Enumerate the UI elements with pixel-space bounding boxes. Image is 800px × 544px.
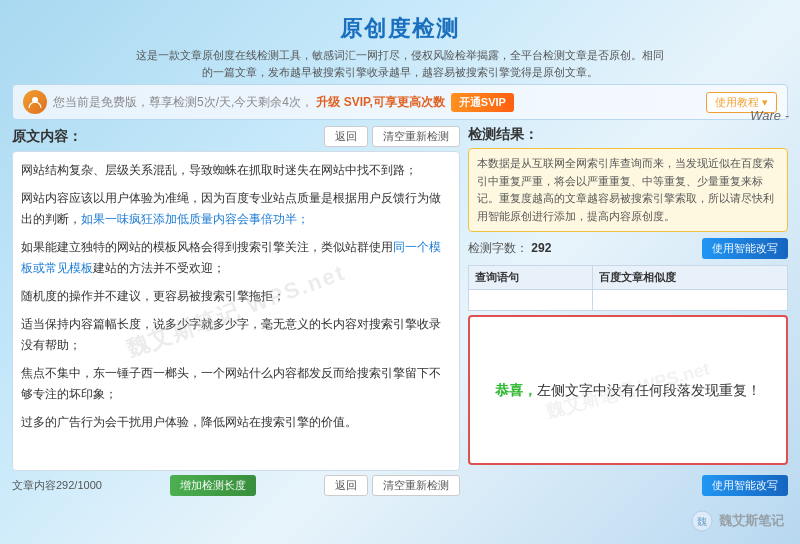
link-2[interactable]: 同一个模板或常见模板 <box>21 240 441 274</box>
paragraph-7: 过多的广告行为会干扰用户体验，降低网站在搜索引擎的价值。 <box>21 412 451 432</box>
smart-edit-button-bottom[interactable]: 使用智能改写 <box>702 475 788 496</box>
paragraph-6: 焦点不集中，东一锤子西一榔头，一个网站什么内容都发反而给搜索引擎留下不够专注的坏… <box>21 363 451 404</box>
paragraph-3: 如果能建立独特的网站的模板风格会得到搜索引擎关注，类似站群使用同一个模板或常见模… <box>21 237 451 278</box>
left-header: 原文内容： 返回 清空重新检测 <box>12 126 460 147</box>
back-button-bottom[interactable]: 返回 <box>324 475 368 496</box>
result-info-row: 检测字数： 292 使用智能改写 <box>468 238 788 259</box>
word-count-display: 文章内容292/1000 <box>12 478 102 493</box>
query-table: 查询语句 百度文章相似度 <box>468 265 788 311</box>
table-cell-empty-1 <box>469 290 593 311</box>
link-1[interactable]: 如果一味疯狂添加低质量内容会事倍功半； <box>81 212 309 226</box>
left-panel-title: 原文内容： <box>12 128 82 146</box>
ware-label: Ware - <box>750 108 789 123</box>
footer-logo-icon: 魏 <box>691 510 713 532</box>
page-title: 原创度检测 <box>12 14 788 44</box>
header: 原创度检测 这是一款文章原创度在线检测工具，敏感词汇一网打尽，侵权风险检举揭露，… <box>12 8 788 84</box>
right-panel: 检测结果： 本数据是从互联网全网索引库查询而来，当发现近似在百度索引中重复严重，… <box>468 126 788 496</box>
word-count-value: 292 <box>531 241 551 255</box>
word-count-label: 检测字数： <box>468 241 528 255</box>
avatar <box>23 90 47 114</box>
result-main-text: 恭喜，左侧文字中没有任何段落发现重复！ <box>495 378 761 403</box>
bottom-buttons: 返回 清空重新检测 <box>324 475 460 496</box>
main-content: 原文内容： 返回 清空重新检测 魏艾斯笔记 WPS.net 网站结构复杂、层级关… <box>12 126 788 496</box>
svg-text:魏: 魏 <box>697 516 707 527</box>
topbar-text: 您当前是免费版，尊享检测5次/天,今天剩余4次， 升级 SVIP,可享更高次数 <box>53 94 445 111</box>
paragraph-1: 网站结构复杂、层级关系混乱，导致蜘蛛在抓取时迷失在网站中找不到路； <box>21 160 451 180</box>
table-cell-empty-2 <box>592 290 787 311</box>
table-col2-header: 百度文章相似度 <box>592 266 787 290</box>
right-header: 检测结果： <box>468 126 788 144</box>
clear-button-bottom[interactable]: 清空重新检测 <box>372 475 460 496</box>
result-notice: 本数据是从互联网全网索引库查询而来，当发现近似在百度索引中重复严重，将会以严重重… <box>468 148 788 232</box>
expand-button[interactable]: 增加检测长度 <box>170 475 256 496</box>
left-bottom: 文章内容292/1000 增加检测长度 返回 清空重新检测 <box>12 475 460 496</box>
svip-button[interactable]: 开通SVIP <box>451 93 514 112</box>
right-panel-title: 检测结果： <box>468 126 538 144</box>
paragraph-4: 随机度的操作并不建议，更容易被搜索引擎拖拒； <box>21 286 451 306</box>
text-content-area: 魏艾斯笔记 WPS.net 网站结构复杂、层级关系混乱，导致蜘蛛在抓取时迷失在网… <box>12 151 460 471</box>
top-bar-left: 您当前是免费版，尊享检测5次/天,今天剩余4次， 升级 SVIP,可享更高次数 … <box>23 90 514 114</box>
footer-watermark: 魏 魏艾斯笔记 <box>691 510 784 532</box>
left-header-buttons: 返回 清空重新检测 <box>324 126 460 147</box>
table-row <box>469 290 788 311</box>
back-button-top[interactable]: 返回 <box>324 126 368 147</box>
page-wrapper: 原创度检测 这是一款文章原创度在线检测工具，敏感词汇一网打尽，侵权风险检举揭露，… <box>0 0 800 544</box>
paragraph-5: 适当保持内容篇幅长度，说多少字就多少字，毫无意义的长内容对搜索引擎收录没有帮助； <box>21 314 451 355</box>
footer-text: 魏艾斯笔记 <box>719 512 784 530</box>
table-col1-header: 查询语句 <box>469 266 593 290</box>
paragraph-2: 网站内容应该以用户体验为准绳，因为百度专业站点质量是根据用户反馈行为做出的判断，… <box>21 188 451 229</box>
left-panel: 原文内容： 返回 清空重新检测 魏艾斯笔记 WPS.net 网站结构复杂、层级关… <box>12 126 460 496</box>
big-result-box: 魏艾斯笔记 WPS.net 恭喜，左侧文字中没有任何段落发现重复！ <box>468 315 788 465</box>
smart-edit-button-top[interactable]: 使用智能改写 <box>702 238 788 259</box>
clear-button-top[interactable]: 清空重新检测 <box>372 126 460 147</box>
top-bar: 您当前是免费版，尊享检测5次/天,今天剩余4次， 升级 SVIP,可享更高次数 … <box>12 84 788 120</box>
page-subtitle: 这是一款文章原创度在线检测工具，敏感词汇一网打尽，侵权风险检举揭露，全平台检测文… <box>12 47 788 80</box>
